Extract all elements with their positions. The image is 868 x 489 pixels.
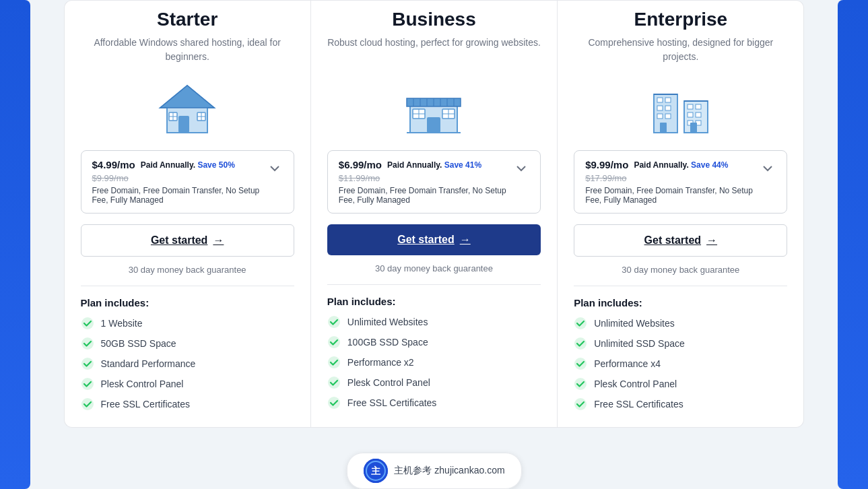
price-original-enterprise: $17.99/mo	[585, 173, 626, 183]
feature-item-business-0: Unlimited Websites	[327, 315, 541, 329]
feature-item-enterprise-0: Unlimited Websites	[574, 317, 787, 330]
check-icon-enterprise-1	[574, 337, 587, 350]
plan-icon-enterprise	[647, 79, 714, 139]
price-box-business[interactable]: $6.99/mo Paid Annually. Save 41% $11.99/…	[327, 150, 541, 214]
feature-item-enterprise-3: Plesk Control Panel	[574, 377, 787, 391]
plan-card-business: Business Robust cloud hosting, perfect f…	[310, 0, 558, 428]
feature-text-business-2: Performance x2	[347, 357, 414, 368]
corner-left-decoration	[0, 0, 30, 489]
price-line2-starter: $9.99/mo Free Domain, Free Domain Transf…	[92, 173, 267, 205]
svg-text:主: 主	[370, 465, 380, 476]
price-save-starter: Paid Annually. Save 50%	[141, 160, 235, 170]
price-main-starter: $4.99/mo Paid Annually. Save 50% $9.99/m…	[92, 159, 267, 205]
svg-rect-43	[665, 114, 671, 119]
price-save-business: Paid Annually. Save 41%	[387, 160, 481, 170]
chevron-down-icon-business[interactable]	[513, 160, 529, 176]
check-icon-starter-4	[81, 397, 94, 411]
get-started-button-business[interactable]: Get started →	[327, 224, 541, 255]
check-icon-business-2	[327, 356, 341, 369]
plan-includes-title-business: Plan includes:	[327, 296, 396, 307]
feature-item-enterprise-1: Unlimited SSD Space	[574, 337, 787, 350]
svg-point-34	[328, 377, 340, 389]
price-amount-enterprise: $9.99/mo	[585, 159, 628, 170]
check-icon-business-3	[327, 376, 341, 389]
price-inline-features-enterprise: Free Domain, Free Domain Transfer, No Se…	[585, 186, 760, 205]
feature-text-starter-4: Free SSL Certificates	[101, 399, 191, 410]
feature-text-starter-0: 1 Website	[101, 318, 143, 329]
bottom-watermark-bar: 主 主机参考 zhujicankao.com	[346, 453, 521, 489]
svg-rect-50	[660, 123, 667, 133]
corner-right-decoration	[838, 0, 868, 489]
feature-item-business-3: Plesk Control Panel	[327, 376, 541, 389]
price-original-business: $11.99/mo	[339, 173, 380, 183]
svg-point-13	[81, 398, 94, 410]
feature-item-enterprise-4: Free SSL Certificates	[574, 397, 787, 411]
svg-rect-51	[690, 123, 697, 133]
svg-rect-38	[657, 98, 663, 102]
check-icon-business-0	[327, 315, 341, 329]
price-box-starter[interactable]: $4.99/mo Paid Annually. Save 50% $9.99/m…	[81, 150, 294, 214]
svg-point-9	[81, 317, 94, 329]
svg-rect-47	[696, 112, 701, 117]
feature-item-enterprise-2: Performance x4	[574, 357, 787, 370]
feature-list-starter: 1 Website 50GB SSD Space Standard Perfor…	[81, 317, 294, 411]
svg-point-55	[574, 337, 587, 350]
check-icon-enterprise-3	[574, 377, 587, 391]
svg-rect-46	[688, 112, 693, 117]
svg-rect-23	[427, 117, 440, 133]
price-inline-features-business: Free Domain, Free Domain Transfer, No Se…	[339, 186, 513, 205]
get-started-button-enterprise[interactable]: Get started →	[574, 224, 787, 257]
price-line2-business: $11.99/mo Free Domain, Free Domain Trans…	[339, 173, 513, 205]
plan-icon-starter	[154, 79, 221, 139]
price-amount-business: $6.99/mo	[339, 159, 382, 170]
price-box-enterprise[interactable]: $9.99/mo Paid Annually. Save 44% $17.99/…	[574, 150, 787, 214]
get-started-button-starter[interactable]: Get started →	[81, 224, 294, 257]
price-original-starter: $9.99/mo	[92, 173, 129, 183]
feature-text-enterprise-1: Unlimited SSD Space	[594, 338, 685, 349]
plans-container: Starter Affordable Windows shared hostin…	[30, 0, 838, 428]
plan-desc-enterprise: Comprehensive hosting, designed for bigg…	[574, 36, 787, 68]
money-back-enterprise: 30 day money back guarantee	[622, 265, 739, 275]
price-amount-starter: $4.99/mo	[92, 159, 135, 170]
feature-item-starter-2: Standard Performance	[81, 357, 294, 370]
check-icon-enterprise-2	[574, 357, 587, 370]
price-save-enterprise: Paid Annually. Save 44%	[634, 160, 728, 170]
price-main-business: $6.99/mo Paid Annually. Save 41% $11.99/…	[339, 159, 513, 205]
feature-item-starter-4: Free SSL Certificates	[81, 397, 294, 411]
svg-rect-42	[657, 114, 663, 119]
feature-text-business-1: 100GB SSD Space	[347, 337, 428, 348]
svg-point-10	[81, 337, 94, 350]
price-line2-enterprise: $17.99/mo Free Domain, Free Domain Trans…	[585, 173, 760, 205]
plan-name-starter: Starter	[157, 1, 218, 30]
plan-desc-business: Robust cloud hosting, perfect for growin…	[327, 36, 541, 68]
check-icon-starter-0	[81, 317, 94, 330]
feature-text-enterprise-2: Performance x4	[594, 358, 661, 369]
feature-text-enterprise-0: Unlimited Websites	[594, 318, 675, 329]
chevron-down-icon-enterprise[interactable]	[760, 160, 776, 176]
divider-starter	[81, 286, 294, 286]
divider-enterprise	[574, 286, 787, 286]
feature-item-business-1: 100GB SSD Space	[327, 335, 541, 349]
check-icon-business-4	[327, 396, 341, 410]
price-line1-starter: $4.99/mo Paid Annually. Save 50%	[92, 159, 267, 170]
money-back-business: 30 day money back guarantee	[375, 263, 493, 273]
arrow-icon-business: →	[460, 234, 471, 246]
check-icon-enterprise-0	[574, 317, 587, 330]
plan-includes-title-enterprise: Plan includes:	[574, 297, 642, 308]
feature-text-enterprise-4: Free SSL Certificates	[594, 399, 683, 410]
feature-text-starter-1: 50GB SSD Space	[101, 338, 176, 349]
chevron-down-icon-starter[interactable]	[267, 160, 283, 176]
plan-name-enterprise: Enterprise	[634, 1, 728, 30]
check-icon-starter-3	[81, 377, 94, 391]
price-line1-enterprise: $9.99/mo Paid Annually. Save 44%	[585, 159, 760, 170]
svg-rect-2	[178, 116, 189, 133]
check-icon-enterprise-4	[574, 397, 587, 411]
page-wrapper: Starter Affordable Windows shared hostin…	[0, 0, 868, 489]
feature-item-business-2: Performance x2	[327, 356, 541, 369]
feature-item-business-4: Free SSL Certificates	[327, 396, 541, 410]
feature-text-business-0: Unlimited Websites	[347, 317, 428, 327]
plan-card-starter: Starter Affordable Windows shared hostin…	[64, 0, 310, 428]
svg-rect-45	[696, 104, 701, 109]
plan-desc-starter: Affordable Windows shared hosting, ideal…	[81, 36, 294, 68]
plan-icon-business	[400, 79, 467, 139]
